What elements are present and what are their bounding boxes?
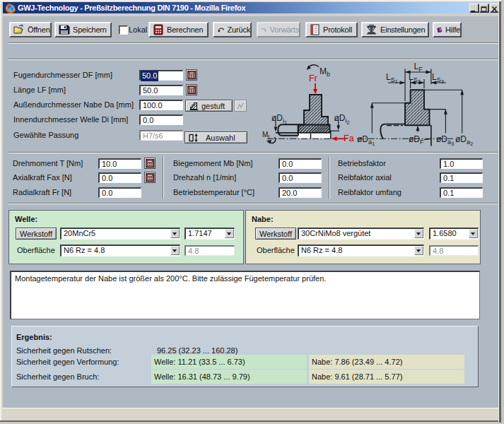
svg-text:?: ? [439, 28, 441, 32]
svg-text:Mb: Mb [320, 66, 330, 78]
svg-text:LS1: LS1 [386, 72, 398, 85]
svg-text:Fr: Fr [309, 73, 317, 83]
svg-text:øDF–: øDF– [409, 134, 429, 146]
svg-text:øDi2: øDi2 [334, 113, 350, 126]
svg-text:LF: LF [414, 61, 423, 73]
svg-text:øDa1: øDa1 [357, 134, 375, 147]
svg-text:øDa2: øDa2 [455, 134, 473, 147]
svg-text:øDa3: øDa3 [436, 134, 454, 147]
svg-text:Mt: Mt [262, 131, 270, 140]
svg-text:øDi1: øDi1 [271, 113, 287, 126]
svg-text:Fa: Fa [344, 134, 354, 143]
